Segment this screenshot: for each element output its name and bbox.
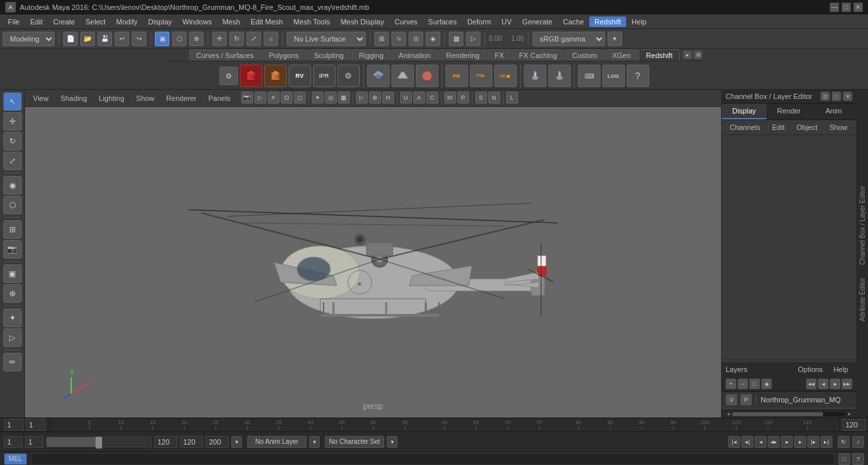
lasso-button[interactable]: ⬡ [172,32,187,46]
shelf-bevel-icon[interactable] [391,65,414,87]
shelf-tab-rendering[interactable]: Rendering [439,49,487,61]
save-scene-button[interactable]: 💾 [98,32,112,46]
menu-mesh-display[interactable]: Mesh Display [335,16,390,27]
poly-count-lt[interactable]: ▣ [3,264,22,283]
attribute-editor-vertical-label[interactable]: Attribute Editor [859,278,866,321]
shelf-gear-icon[interactable]: ⚙ [219,67,238,85]
viewport-canvas[interactable]: ★ persp X Y Z [25,107,721,418]
prev-frame-button[interactable]: ◂ [755,436,767,448]
shelf-light-icon[interactable] [524,65,546,87]
shelf-ipr-button[interactable]: IPR [313,65,335,87]
range-start-input[interactable] [4,436,22,448]
menu-create[interactable]: Create [48,16,80,27]
shelf-tab-custom[interactable]: Custom [565,49,604,61]
play-back-button[interactable]: ◂▸ [768,436,780,448]
layer-scroll-right[interactable]: ▸▸ [842,379,852,389]
vp-menu-view[interactable]: View [29,93,53,104]
vp-playblast-button[interactable]: ▷ [254,92,266,104]
shelf-help-icon[interactable]: ? [627,65,649,87]
frame-all-lt[interactable]: ⊕ [3,284,22,303]
snap-grid-lt[interactable]: ⊞ [3,220,22,239]
playback-current-input[interactable] [25,436,43,448]
render-lt[interactable]: ▷ [3,328,22,347]
shelf-settings2-button[interactable]: ⚙ [337,65,360,87]
vp-resolution-button[interactable]: ▦ [338,92,350,104]
char-set-selector[interactable]: No Character Set [325,436,384,448]
anim-layer-btn[interactable]: ▾ [309,436,320,448]
vp-snap-button[interactable]: ⊕ [369,92,381,104]
shelf-tab-redshift[interactable]: Redshift [639,49,680,61]
shelf-tab-rigging[interactable]: Rigging [352,49,391,61]
shelf-tab-sculpting[interactable]: Sculpting [306,49,351,61]
tab-render[interactable]: Render [767,104,811,119]
vp-hud-button[interactable]: H [382,92,394,104]
colorspace-toggle-button[interactable]: ▾ [608,32,622,46]
vp-manip-button[interactable]: M [444,92,456,104]
rotate-tool-button[interactable]: ↻ [229,32,244,46]
menu-select[interactable]: Select [80,16,111,27]
menu-redshift[interactable]: Redshift [589,16,626,27]
render-region-button[interactable]: ▦ [449,32,463,46]
status-script-editor[interactable]: □ [838,453,850,465]
menu-display[interactable]: Display [143,16,177,27]
vp-uv-button[interactable]: U [400,92,412,104]
snap-grid-button[interactable]: ⊞ [374,32,389,46]
scale-tool-button[interactable]: ⤢ [246,32,261,46]
vp-wireframe-button[interactable]: ⊡ [281,92,293,104]
mel-mode-button[interactable]: MEL [4,453,27,465]
vp-menu-renderer[interactable]: Renderer [162,93,200,104]
snap-point-button[interactable]: ◎ [409,32,423,46]
playback-speed-selector[interactable]: ▾ [231,436,242,448]
shelf-tab-fxcaching[interactable]: FX Caching [512,49,564,61]
scroll-left-arrow[interactable]: ◂ [724,410,732,418]
play-forward-button[interactable]: ▸ [781,436,793,448]
next-key-button[interactable]: |▸ [807,436,819,448]
shelf-tab-animation[interactable]: Animation [391,49,438,61]
range-thumb[interactable] [96,437,102,449]
vp-isolate-button[interactable]: ◎ [325,92,337,104]
layer-playback-btn[interactable]: P [740,394,752,406]
layer-empty-btn[interactable]: □ [749,379,760,389]
loop-button[interactable]: ↻ [838,436,850,448]
menu-cache[interactable]: Cache [558,16,589,27]
range-bar[interactable] [46,437,152,447]
layer-scroll-next[interactable]: ▸ [830,379,840,389]
menu-windows[interactable]: Windows [177,16,217,27]
prev-key-button[interactable]: ◂| [741,436,753,448]
edit-menu-item[interactable]: Edit [768,122,788,133]
current-frame-input[interactable] [4,419,24,431]
menu-edit-mesh[interactable]: Edit Mesh [245,16,288,27]
tab-anim[interactable]: Anim [811,104,856,119]
vp-attr-button[interactable]: A [413,92,425,104]
navigate-lt[interactable]: ✦ [3,309,22,327]
menu-file[interactable]: File [3,16,25,27]
paint-lt[interactable]: ✏ [3,353,22,371]
layer-scroll-left[interactable]: ◂◂ [806,379,817,389]
move-tool-lt[interactable]: ✛ [3,112,22,131]
menu-mesh[interactable]: Mesh [217,16,245,27]
timeline-ruler[interactable]: 5 10 15 20 25 30 35 40 [50,418,839,430]
live-surface-selector[interactable]: No Live Surface [287,32,366,46]
menu-mesh-tools[interactable]: Mesh Tools [288,16,335,27]
camera-lt[interactable]: 📷 [3,240,22,259]
shelf-scroll-right[interactable]: ▸ [683,50,692,59]
tab-display[interactable]: Display [722,104,767,119]
layer-scroll-prev[interactable]: ◂ [818,379,828,389]
shelf-camera-icon[interactable] [548,65,571,87]
goto-end-button[interactable]: ▸| [821,436,832,448]
menu-generate[interactable]: Generate [517,16,558,27]
snap-surface-button[interactable]: ◈ [426,32,440,46]
open-scene-button[interactable]: 📂 [80,32,95,46]
shelf-tab-xgen[interactable]: XGen [605,49,638,61]
scroll-track[interactable] [732,412,846,416]
new-scene-button[interactable]: 📄 [63,32,78,46]
ipr-button[interactable]: ▷ [466,32,480,46]
layer-name[interactable]: Northrop_Grumman_MQ [761,396,852,404]
menu-uv[interactable]: UV [496,16,517,27]
vp-nurbs-button[interactable]: N [488,92,500,104]
vp-grid-button[interactable]: # [268,92,279,104]
goto-start-button[interactable]: |◂ [728,436,740,448]
shelf-tab-polygons[interactable]: Polygons [262,49,306,61]
show-menu-item[interactable]: Show [825,122,852,133]
start-frame-input[interactable] [26,419,45,431]
